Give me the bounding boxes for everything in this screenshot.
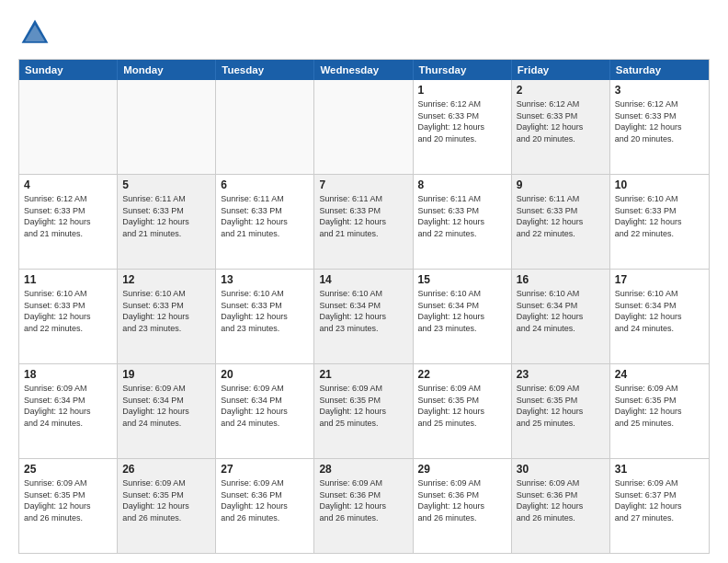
logo-icon [18,17,51,50]
weekday-header: Wednesday [314,60,413,80]
day-info: Sunrise: 6:11 AM Sunset: 6:33 PM Dayligh… [319,193,407,239]
day-number: 6 [221,178,309,191]
calendar-cell: 14Sunrise: 6:10 AM Sunset: 6:34 PM Dayli… [314,270,413,363]
calendar-cell: 25Sunrise: 6:09 AM Sunset: 6:35 PM Dayli… [19,459,118,553]
weekday-header: Thursday [414,60,512,80]
day-number: 2 [517,84,605,97]
calendar-cell: 20Sunrise: 6:09 AM Sunset: 6:34 PM Dayli… [216,364,314,458]
day-number: 8 [418,178,506,191]
calendar-cell: 17Sunrise: 6:10 AM Sunset: 6:34 PM Dayli… [610,270,709,363]
day-number: 17 [615,273,704,286]
calendar-cell: 13Sunrise: 6:10 AM Sunset: 6:33 PM Dayli… [216,270,314,363]
calendar-cell: 23Sunrise: 6:09 AM Sunset: 6:35 PM Dayli… [512,364,610,458]
day-number: 30 [517,463,605,476]
day-info: Sunrise: 6:09 AM Sunset: 6:36 PM Dayligh… [418,477,506,523]
calendar-cell: 15Sunrise: 6:10 AM Sunset: 6:34 PM Dayli… [414,270,512,363]
day-number: 15 [418,273,506,286]
day-number: 22 [418,368,506,381]
day-number: 23 [517,368,605,381]
day-info: Sunrise: 6:09 AM Sunset: 6:35 PM Dayligh… [319,383,407,429]
day-info: Sunrise: 6:11 AM Sunset: 6:33 PM Dayligh… [517,193,605,239]
day-number: 25 [24,463,112,476]
day-info: Sunrise: 6:09 AM Sunset: 6:35 PM Dayligh… [615,383,704,429]
day-info: Sunrise: 6:10 AM Sunset: 6:33 PM Dayligh… [615,193,704,239]
calendar-row: 11Sunrise: 6:10 AM Sunset: 6:33 PM Dayli… [19,270,709,364]
day-number: 24 [615,368,704,381]
day-number: 27 [221,463,309,476]
day-number: 7 [319,178,407,191]
day-number: 28 [319,463,407,476]
day-number: 29 [418,463,506,476]
calendar-cell: 29Sunrise: 6:09 AM Sunset: 6:36 PM Dayli… [414,459,512,553]
day-info: Sunrise: 6:09 AM Sunset: 6:34 PM Dayligh… [221,383,309,429]
header [18,17,710,50]
day-number: 11 [24,273,112,286]
calendar-cell: 8Sunrise: 6:11 AM Sunset: 6:33 PM Daylig… [414,175,512,269]
calendar-cell: 30Sunrise: 6:09 AM Sunset: 6:36 PM Dayli… [512,459,610,553]
calendar-cell: 16Sunrise: 6:10 AM Sunset: 6:34 PM Dayli… [512,270,610,363]
calendar-header: SundayMondayTuesdayWednesdayThursdayFrid… [19,60,709,80]
weekday-header: Sunday [19,60,118,80]
calendar-cell [19,80,118,174]
weekday-header: Monday [118,60,216,80]
calendar-cell: 26Sunrise: 6:09 AM Sunset: 6:35 PM Dayli… [118,459,216,553]
day-number: 19 [122,368,210,381]
day-number: 31 [615,463,704,476]
day-number: 4 [24,178,112,191]
day-number: 21 [319,368,407,381]
calendar-cell: 7Sunrise: 6:11 AM Sunset: 6:33 PM Daylig… [314,175,413,269]
day-number: 16 [517,273,605,286]
day-info: Sunrise: 6:10 AM Sunset: 6:33 PM Dayligh… [122,288,210,334]
day-info: Sunrise: 6:09 AM Sunset: 6:36 PM Dayligh… [319,477,407,523]
day-info: Sunrise: 6:09 AM Sunset: 6:34 PM Dayligh… [24,383,112,429]
day-info: Sunrise: 6:10 AM Sunset: 6:34 PM Dayligh… [418,288,506,334]
weekday-header: Friday [512,60,610,80]
logo [18,17,55,50]
calendar-cell: 18Sunrise: 6:09 AM Sunset: 6:34 PM Dayli… [19,364,118,458]
day-info: Sunrise: 6:09 AM Sunset: 6:35 PM Dayligh… [24,477,112,523]
day-number: 20 [221,368,309,381]
calendar-cell: 12Sunrise: 6:10 AM Sunset: 6:33 PM Dayli… [118,270,216,363]
calendar-row: 18Sunrise: 6:09 AM Sunset: 6:34 PM Dayli… [19,364,709,459]
calendar-cell: 11Sunrise: 6:10 AM Sunset: 6:33 PM Dayli… [19,270,118,363]
day-number: 3 [615,84,704,97]
weekday-header: Saturday [610,60,709,80]
calendar-cell: 3Sunrise: 6:12 AM Sunset: 6:33 PM Daylig… [610,80,709,174]
day-info: Sunrise: 6:10 AM Sunset: 6:34 PM Dayligh… [517,288,605,334]
calendar-cell: 27Sunrise: 6:09 AM Sunset: 6:36 PM Dayli… [216,459,314,553]
day-info: Sunrise: 6:10 AM Sunset: 6:33 PM Dayligh… [221,288,309,334]
day-info: Sunrise: 6:10 AM Sunset: 6:33 PM Dayligh… [24,288,112,334]
day-info: Sunrise: 6:09 AM Sunset: 6:35 PM Dayligh… [418,383,506,429]
day-info: Sunrise: 6:12 AM Sunset: 6:33 PM Dayligh… [24,193,112,239]
calendar-row: 4Sunrise: 6:12 AM Sunset: 6:33 PM Daylig… [19,175,709,270]
day-number: 13 [221,273,309,286]
day-number: 10 [615,178,704,191]
calendar-cell: 5Sunrise: 6:11 AM Sunset: 6:33 PM Daylig… [118,175,216,269]
weekday-header: Tuesday [216,60,314,80]
calendar-cell: 24Sunrise: 6:09 AM Sunset: 6:35 PM Dayli… [610,364,709,458]
calendar-cell: 1Sunrise: 6:12 AM Sunset: 6:33 PM Daylig… [414,80,512,174]
day-info: Sunrise: 6:12 AM Sunset: 6:33 PM Dayligh… [517,98,605,144]
calendar-cell [216,80,314,174]
day-info: Sunrise: 6:10 AM Sunset: 6:34 PM Dayligh… [615,288,704,334]
day-info: Sunrise: 6:10 AM Sunset: 6:34 PM Dayligh… [319,288,407,334]
day-number: 5 [122,178,210,191]
day-info: Sunrise: 6:09 AM Sunset: 6:36 PM Dayligh… [517,477,605,523]
day-info: Sunrise: 6:09 AM Sunset: 6:35 PM Dayligh… [517,383,605,429]
calendar-cell: 22Sunrise: 6:09 AM Sunset: 6:35 PM Dayli… [414,364,512,458]
calendar-cell: 6Sunrise: 6:11 AM Sunset: 6:33 PM Daylig… [216,175,314,269]
day-number: 14 [319,273,407,286]
day-info: Sunrise: 6:09 AM Sunset: 6:37 PM Dayligh… [615,477,704,523]
day-info: Sunrise: 6:12 AM Sunset: 6:33 PM Dayligh… [418,98,506,144]
calendar-cell [118,80,216,174]
calendar-cell: 9Sunrise: 6:11 AM Sunset: 6:33 PM Daylig… [512,175,610,269]
day-info: Sunrise: 6:11 AM Sunset: 6:33 PM Dayligh… [221,193,309,239]
calendar-cell [314,80,413,174]
day-info: Sunrise: 6:09 AM Sunset: 6:34 PM Dayligh… [122,383,210,429]
day-info: Sunrise: 6:11 AM Sunset: 6:33 PM Dayligh… [418,193,506,239]
calendar-body: 1Sunrise: 6:12 AM Sunset: 6:33 PM Daylig… [19,80,709,553]
calendar-row: 1Sunrise: 6:12 AM Sunset: 6:33 PM Daylig… [19,80,709,175]
day-number: 26 [122,463,210,476]
page: SundayMondayTuesdayWednesdayThursdayFrid… [0,0,728,563]
calendar-cell: 31Sunrise: 6:09 AM Sunset: 6:37 PM Dayli… [610,459,709,553]
